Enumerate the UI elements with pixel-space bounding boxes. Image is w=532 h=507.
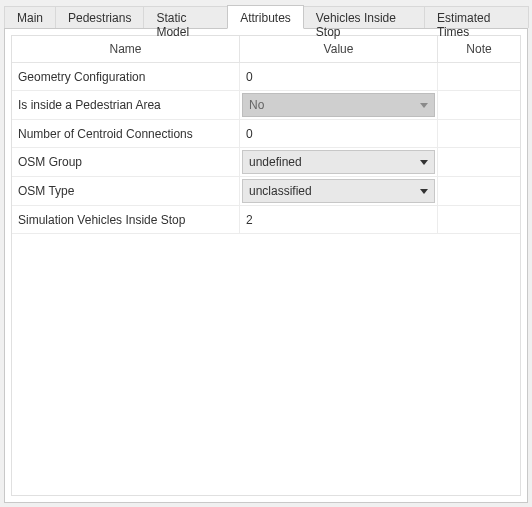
tab-label: Static Model — [156, 11, 189, 39]
grid-header: Name Value Note — [12, 36, 520, 63]
attribute-name: OSM Group — [18, 155, 82, 169]
attribute-dropdown[interactable]: unclassified — [242, 179, 435, 203]
column-header-name[interactable]: Name — [12, 36, 240, 62]
table-row: Geometry Configuration0 — [12, 63, 520, 91]
table-row: Is inside a Pedestrian AreaNo — [12, 91, 520, 120]
column-header-note[interactable]: Note — [438, 36, 520, 62]
tab-estimated-times[interactable]: Estimated Times — [424, 6, 529, 28]
attribute-name-cell: OSM Group — [12, 148, 240, 176]
tab-pedestrians[interactable]: Pedestrians — [55, 6, 144, 28]
tab-strip: MainPedestriansStatic ModelAttributesVeh… — [4, 4, 528, 28]
attribute-name: Number of Centroid Connections — [18, 127, 193, 141]
attribute-name-cell: Geometry Configuration — [12, 63, 240, 90]
attribute-name: Geometry Configuration — [18, 70, 145, 84]
column-header-value[interactable]: Value — [240, 36, 438, 62]
attribute-note-cell[interactable] — [438, 91, 520, 119]
attribute-note-cell[interactable] — [438, 148, 520, 176]
attribute-name-cell: OSM Type — [12, 177, 240, 205]
tab-label: Main — [17, 11, 43, 25]
chevron-down-icon — [420, 189, 428, 194]
table-row: Simulation Vehicles Inside Stop2 — [12, 206, 520, 234]
attribute-name-cell: Number of Centroid Connections — [12, 120, 240, 147]
tab-label: Attributes — [240, 11, 291, 25]
attribute-name: Simulation Vehicles Inside Stop — [18, 213, 185, 227]
attributes-grid: Name Value Note Geometry Configuration0I… — [11, 35, 521, 496]
attribute-name: Is inside a Pedestrian Area — [18, 98, 161, 112]
attribute-dropdown[interactable]: undefined — [242, 150, 435, 174]
dropdown-value: unclassified — [249, 184, 312, 198]
chevron-down-icon — [420, 103, 428, 108]
tab-label: Pedestrians — [68, 11, 131, 25]
attribute-value-cell[interactable]: 0 — [240, 120, 438, 147]
table-row: OSM Typeunclassified — [12, 177, 520, 206]
attribute-name: OSM Type — [18, 184, 74, 198]
tab-main[interactable]: Main — [4, 6, 56, 28]
attribute-name-cell: Is inside a Pedestrian Area — [12, 91, 240, 119]
attribute-dropdown: No — [242, 93, 435, 117]
attribute-note-cell[interactable] — [438, 177, 520, 205]
attribute-value-cell[interactable]: No — [240, 91, 438, 119]
tab-attributes[interactable]: Attributes — [227, 5, 304, 29]
chevron-down-icon — [420, 160, 428, 165]
table-row: Number of Centroid Connections0 — [12, 120, 520, 148]
dropdown-value: undefined — [249, 155, 302, 169]
attribute-value-cell[interactable]: 2 — [240, 206, 438, 233]
attribute-value[interactable]: 0 — [242, 67, 257, 87]
dropdown-value: No — [249, 98, 264, 112]
attribute-value[interactable]: 2 — [242, 210, 257, 230]
attribute-value-cell[interactable]: undefined — [240, 148, 438, 176]
attribute-note-cell[interactable] — [438, 63, 520, 90]
attribute-value-cell[interactable]: 0 — [240, 63, 438, 90]
tab-vehicles-inside-stop[interactable]: Vehicles Inside Stop — [303, 6, 425, 28]
attribute-name-cell: Simulation Vehicles Inside Stop — [12, 206, 240, 233]
table-row: OSM Groupundefined — [12, 148, 520, 177]
attribute-note-cell[interactable] — [438, 206, 520, 233]
attributes-panel-window: MainPedestriansStatic ModelAttributesVeh… — [0, 0, 532, 507]
attribute-value-cell[interactable]: unclassified — [240, 177, 438, 205]
tab-panel-attributes: Name Value Note Geometry Configuration0I… — [4, 28, 528, 503]
attribute-note-cell[interactable] — [438, 120, 520, 147]
grid-body: Geometry Configuration0Is inside a Pedes… — [12, 63, 520, 495]
attribute-value[interactable]: 0 — [242, 124, 257, 144]
tab-static-model[interactable]: Static Model — [143, 6, 228, 28]
